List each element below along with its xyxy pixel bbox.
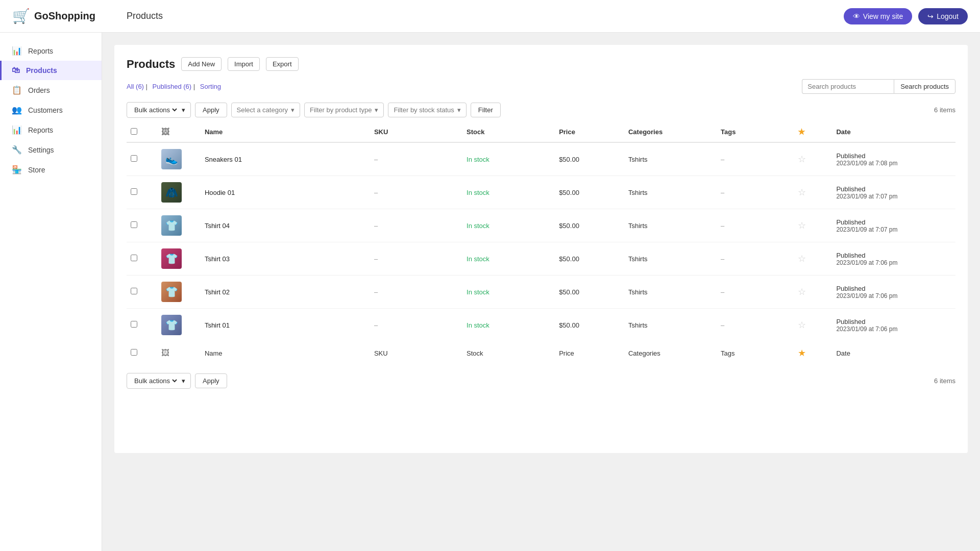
sidebar-item-orders[interactable]: 📋 Orders — [0, 80, 102, 100]
add-new-button[interactable]: Add New — [181, 57, 222, 71]
content-card: Products Add New Import Export All (6) |… — [114, 45, 968, 453]
bulk-actions-select-bottom[interactable]: Bulk actions Delete Edit ▾ — [127, 373, 191, 389]
th-tags[interactable]: Tags — [717, 122, 794, 142]
product-price-3: $50.00 — [555, 242, 624, 276]
select-category-dropdown[interactable]: Select a category ▾ — [231, 103, 300, 117]
product-name-0[interactable]: Sneakers 01 — [201, 142, 370, 176]
product-star-2[interactable]: ☆ — [798, 220, 806, 231]
footer-th-name: Name — [201, 341, 370, 365]
orders-icon: 📋 — [12, 85, 22, 95]
product-name-5[interactable]: Tshirt 01 — [201, 309, 370, 342]
th-date[interactable]: Date — [832, 122, 955, 142]
sidebar-item-label: Reports — [28, 47, 53, 55]
sidebar-item-products[interactable]: 🛍 Products — [0, 61, 102, 80]
table-header-row: 🖼 Name SKU Stock Price Categories Tags ★… — [127, 122, 955, 142]
logout-button[interactable]: ↪ Logout — [918, 8, 968, 24]
cart-icon: 🛒 — [12, 8, 30, 24]
product-stock-5: In stock — [462, 309, 555, 342]
product-price-2: $50.00 — [555, 209, 624, 242]
product-star-1[interactable]: ☆ — [798, 187, 806, 197]
apply-button-top[interactable]: Apply — [195, 103, 227, 117]
row-checkbox-0[interactable] — [131, 155, 137, 162]
product-thumbnail-0: 👟 — [161, 149, 182, 169]
bulk-actions-select-top[interactable]: Bulk actions Delete Edit ▾ — [127, 102, 191, 118]
product-date-0: Published 2023/01/09 at 7:08 pm — [836, 152, 951, 167]
row-checkbox-2[interactable] — [131, 221, 137, 228]
product-tags-1: – — [717, 176, 794, 209]
search-input[interactable] — [802, 79, 894, 94]
product-tags-5: – — [717, 309, 794, 342]
filter-tabs: All (6) | Published (6) | Sorting — [127, 83, 798, 90]
sidebar-item-label: Reports — [28, 126, 53, 134]
filter-product-type-dropdown[interactable]: Filter by product type ▾ — [304, 103, 384, 117]
tab-published[interactable]: Published (6) — [153, 83, 192, 90]
sidebar-item-settings[interactable]: 🔧 Settings — [0, 140, 102, 160]
th-star: ★ — [794, 122, 832, 142]
th-price[interactable]: Price — [555, 122, 624, 142]
sidebar-item-reports[interactable]: 📊 Reports — [0, 120, 102, 140]
topbar-actions: 👁 View my site ↪ Logout — [844, 8, 968, 24]
select-all-checkbox[interactable] — [131, 128, 137, 135]
product-categories-2: Tshirts — [624, 209, 717, 242]
bulk-actions-dropdown-top[interactable]: Bulk actions Delete Edit — [132, 106, 179, 114]
product-star-5[interactable]: ☆ — [798, 320, 806, 330]
product-thumbnail-4: 👕 — [161, 282, 182, 302]
filters-row: All (6) | Published (6) | Sorting Search… — [127, 79, 955, 94]
product-stock-3: In stock — [462, 242, 555, 276]
product-categories-4: Tshirts — [624, 276, 717, 309]
import-button[interactable]: Import — [228, 57, 260, 71]
search-button[interactable]: Search products — [894, 79, 955, 94]
product-name-1[interactable]: Hoodie 01 — [201, 176, 370, 209]
th-sku[interactable]: SKU — [370, 122, 462, 142]
th-stock[interactable]: Stock — [462, 122, 555, 142]
footer-th-tags: Tags — [717, 341, 794, 365]
product-star-3[interactable]: ☆ — [798, 254, 806, 264]
th-categories[interactable]: Categories — [624, 122, 717, 142]
apply-button-bottom[interactable]: Apply — [195, 373, 227, 388]
product-sku-5: – — [370, 309, 462, 342]
row-checkbox-3[interactable] — [131, 255, 137, 261]
items-count-bottom: 6 items — [934, 377, 955, 385]
view-site-button[interactable]: 👁 View my site — [844, 8, 912, 24]
row-checkbox-4[interactable] — [131, 288, 137, 294]
product-name-3[interactable]: Tshirt 03 — [201, 242, 370, 276]
footer-th-price: Price — [555, 341, 624, 365]
toolbar-row-bottom: Bulk actions Delete Edit ▾ Apply 6 items — [127, 373, 955, 389]
filter-stock-status-dropdown[interactable]: Filter by stock status ▾ — [388, 103, 466, 117]
footer-image-icon: 🖼 — [161, 348, 169, 357]
chevron-down-icon: ▾ — [182, 377, 185, 385]
sidebar-item-customers[interactable]: 👥 Customers — [0, 100, 102, 120]
sidebar-item-store[interactable]: 🏪 Store — [0, 160, 102, 180]
export-button[interactable]: Export — [266, 57, 299, 71]
footer-th-categories: Categories — [624, 341, 717, 365]
chevron-down-icon: ▾ — [375, 106, 378, 114]
product-star-4[interactable]: ☆ — [798, 287, 806, 297]
star-header-icon: ★ — [798, 128, 805, 136]
sidebar-item-label: Customers — [28, 106, 63, 114]
chevron-down-icon: ▾ — [457, 106, 461, 114]
product-star-0[interactable]: ☆ — [798, 154, 806, 164]
footer-th-date: Date — [832, 341, 955, 365]
product-categories-1: Tshirts — [624, 176, 717, 209]
table-row: 👕 Tshirt 04 – In stock $50.00 Tshirts – … — [127, 209, 955, 242]
product-name-4[interactable]: Tshirt 02 — [201, 276, 370, 309]
filter-button[interactable]: Filter — [471, 103, 501, 117]
th-image: 🖼 — [157, 122, 201, 142]
product-name-2[interactable]: Tshirt 04 — [201, 209, 370, 242]
sidebar-item-reports-top[interactable]: 📊 Reports — [0, 41, 102, 61]
product-tags-0: – — [717, 142, 794, 176]
row-checkbox-1[interactable] — [131, 188, 137, 195]
th-name[interactable]: Name — [201, 122, 370, 142]
tab-sorting[interactable]: Sorting — [200, 83, 221, 90]
bulk-actions-dropdown-bottom[interactable]: Bulk actions Delete Edit — [132, 377, 179, 385]
product-categories-5: Tshirts — [624, 309, 717, 342]
reports-icon: 📊 — [12, 125, 22, 135]
product-stock-1: In stock — [462, 176, 555, 209]
store-icon: 🏪 — [12, 165, 22, 174]
product-thumbnail-5: 👕 — [161, 315, 182, 335]
footer-select-all-checkbox[interactable] — [131, 349, 137, 356]
sidebar-item-label: Store — [28, 166, 45, 174]
row-checkbox-5[interactable] — [131, 321, 137, 328]
th-check — [127, 122, 157, 142]
tab-all[interactable]: All (6) — [127, 83, 144, 90]
